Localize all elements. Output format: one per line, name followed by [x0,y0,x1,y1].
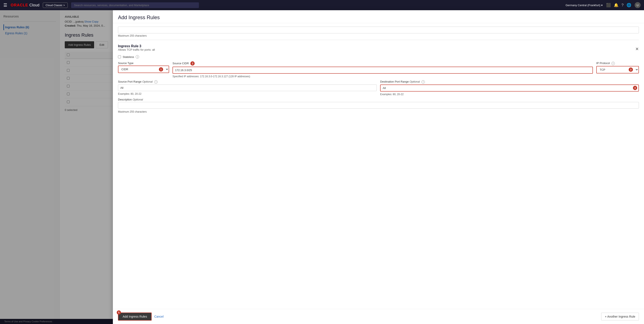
ip-protocol-label: IP Protocol i [596,61,639,65]
cloud-classic-button[interactable]: Cloud Classic > [43,2,68,8]
help-icon[interactable]: ? [622,3,624,7]
form-row-1: Source Type CIDR Service Network Load Ba… [118,61,639,78]
rule-section-title: Ingress Rule 3 [118,44,155,48]
description-max-hint: Maximum 255 characters [118,110,639,113]
avatar[interactable]: U [635,2,640,8]
stateless-checkbox[interactable] [118,55,121,58]
stateless-label: Stateless [123,55,134,58]
form-row-3: Description Optional Maximum 255 charact… [118,98,639,113]
description-group: Description Optional Maximum 255 charact… [118,98,639,113]
modal-footer-left: Add Ingress Rules 5 Cancel [118,313,164,321]
badge-2: 2 [190,61,195,65]
description-label: Description Optional [118,98,639,101]
rule-close-button[interactable]: ✕ [635,46,639,51]
search-input[interactable] [71,2,199,8]
ingress-rule-3-section: Ingress Rule 3 Allows TCP traffic for po… [118,40,639,120]
source-cidr-input[interactable] [172,67,593,74]
top-rule-area: Maximum 255 characters [118,23,639,40]
stateless-row: Stateless i [118,55,639,58]
globe-icon[interactable]: 🌐 [626,3,631,7]
max-chars-top: Maximum 255 characters [118,34,639,40]
region-selector[interactable]: Germany Central (Frankfurt) ▾ [566,3,603,7]
modal-header: Add Ingress Rules [113,10,644,23]
topnav: ☰ ORACLE Cloud Cloud Classic > Germany C… [0,0,644,10]
add-ingress-rules-submit-button[interactable]: Add Ingress Rules [118,313,152,321]
source-type-label: Source Type [118,61,169,65]
dest-port-info-icon[interactable]: i [422,80,425,84]
topnav-right: Germany Central (Frankfurt) ▾ ⬛ 🔔 ? 🌐 U [566,2,640,8]
source-port-hint: Examples: 80, 20-22 [118,92,377,95]
source-port-group: Source Port Range Optional i Examples: 8… [118,80,377,96]
badge-1: 1 [159,67,163,71]
form-row-2: Source Port Range Optional i Examples: 8… [118,80,639,96]
console-icon[interactable]: ⬛ [606,3,611,7]
source-cidr-group: Source CIDR 2 Specified IP addresses: 17… [172,61,593,78]
badge-3: 3 [629,67,633,72]
ip-protocol-group: IP Protocol i TCP UDP ICMP All 3 [596,61,639,78]
menu-icon[interactable]: ☰ [4,2,7,8]
stateless-info-icon[interactable]: i [136,55,139,58]
source-type-group: Source Type CIDR Service Network Load Ba… [118,61,169,78]
modal-footer: Add Ingress Rules 5 Cancel + Another Ing… [113,309,644,324]
chevron-down-icon: ▾ [601,3,603,7]
source-port-input[interactable] [118,84,377,91]
rule-subtitle: Allows TCP traffic for ports: all [118,48,155,51]
topnav-icons: ⬛ 🔔 ? 🌐 [606,3,631,7]
dest-port-group: Destination Port Range Optional i 4 Exam… [380,80,639,96]
dest-port-hint: Examples: 80, 20-22 [380,93,639,96]
dest-port-input[interactable] [380,84,639,91]
source-cidr-label: Source CIDR 2 [172,61,593,66]
oracle-text: ORACLE [11,3,28,7]
another-ingress-rule-button[interactable]: + Another Ingress Rule [601,313,639,321]
source-cidr-hint: Specified IP addresses: 172.16.3.0-172.1… [172,75,593,78]
ip-protocol-info-icon[interactable]: i [612,62,615,65]
modal-body: Maximum 255 characters Ingress Rule 3 Al… [113,23,644,309]
description-input[interactable] [118,102,639,109]
bell-icon[interactable]: 🔔 [614,3,618,7]
rule-section-header: Ingress Rule 3 Allows TCP traffic for po… [118,44,639,53]
dest-port-label: Destination Port Range Optional i [380,80,639,84]
cloud-text: Cloud [30,3,40,7]
badge-5: 5 [117,310,121,315]
oracle-logo: ORACLE Cloud [11,3,40,7]
modal-title: Add Ingress Rules [118,14,160,20]
source-port-label: Source Port Range Optional i [118,80,377,84]
modal-panel: Add Ingress Rules Maximum 255 characters… [113,10,644,324]
source-port-info-icon[interactable]: i [154,80,158,84]
badge-4: 4 [633,86,637,90]
cancel-button[interactable]: Cancel [154,315,164,318]
